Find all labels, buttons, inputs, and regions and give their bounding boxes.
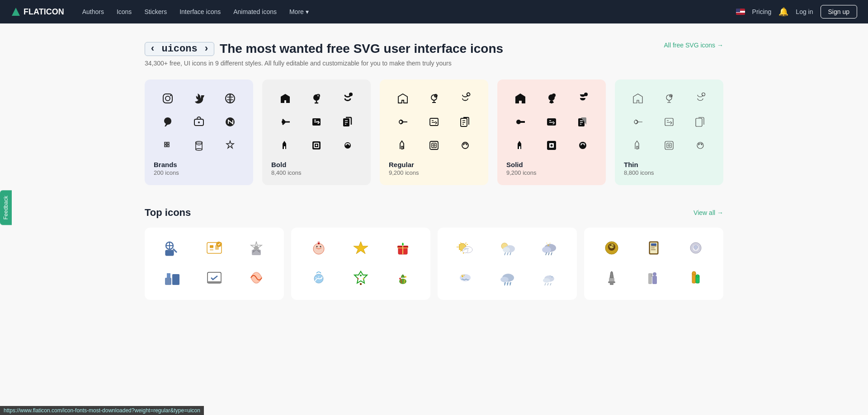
svg-point-83 [316,246,317,247]
svg-point-116 [552,276,553,278]
nav-animated-icons[interactable]: Animated icons [228,5,282,18]
icon-cell [217,89,244,108]
svg-point-96 [363,278,364,280]
icon-cell [302,89,330,108]
icon-cell [506,112,534,132]
svg-point-65 [701,144,703,145]
svg-rect-59 [637,146,638,149]
login-button[interactable]: Log in [796,8,813,15]
icon-style-card-bold[interactable]: Bold 8,400 icons [262,79,371,185]
svg-point-51 [581,144,582,145]
icon-cell [655,135,683,155]
icon-cell [506,135,534,155]
svg-point-53 [666,95,672,100]
all-svg-link[interactable]: All free SVG icons → [664,42,724,49]
icon-style-card-solid[interactable]: Solid 9,200 icons [497,79,606,185]
logo-icon [11,7,21,17]
top-icon-item [300,266,337,289]
top-icon-item [196,237,232,259]
icon-cell [389,89,416,108]
icon-cell [538,135,565,155]
language-flag-icon[interactable] [736,9,745,15]
icon-cell [420,112,448,132]
icon-style-card-thin[interactable]: Thin 8,800 icons [615,79,723,185]
navbar-right: Pricing 🔔 Log in Sign up [736,5,857,19]
svg-marker-86 [354,242,368,254]
icon-cell [217,135,244,155]
top-icon-item [238,237,275,259]
svg-rect-125 [651,243,656,246]
icon-cell [334,135,362,155]
svg-point-92 [321,278,322,279]
feedback-tab[interactable]: Feedback [0,190,12,225]
svg-point-14 [349,93,353,96]
icon-style-card-brands[interactable]: Brands 200 icons [145,79,253,185]
style-count-solid: 9,200 icons [506,169,597,176]
svg-point-36 [463,144,465,145]
style-count-brands: 200 icons [154,169,244,176]
notification-bell-icon[interactable]: 🔔 [778,7,788,17]
nav-stickers[interactable]: Stickers [139,5,172,18]
svg-rect-97 [360,283,362,285]
svg-rect-73 [210,249,213,251]
top-icon-item [342,266,379,289]
top-icon-item [593,266,630,289]
top-icon-item [489,266,525,289]
top-icon-card-fantasy[interactable] [584,228,723,300]
icon-cell [624,112,651,132]
regular-icon-grid [389,89,479,155]
svg-point-27 [467,93,470,96]
bold-icon-grid [271,89,362,155]
svg-point-106 [503,247,510,252]
svg-point-111 [462,275,463,277]
icon-style-card-regular[interactable]: Regular 9,200 icons [380,79,488,185]
svg-point-55 [702,93,705,96]
svg-rect-57 [665,118,673,126]
signup-button[interactable]: Sign up [821,5,857,19]
svg-point-137 [696,275,699,277]
svg-point-94 [360,275,362,276]
icon-cell [302,112,330,132]
svg-point-2 [165,96,170,101]
svg-point-136 [692,271,696,275]
svg-point-117 [550,275,551,276]
svg-point-41 [584,93,588,96]
nav-icons[interactable]: Icons [111,5,137,18]
svg-rect-78 [172,274,179,285]
top-icon-card-christmas[interactable] [291,228,430,300]
top-icon-item [385,237,421,259]
icon-cell [569,135,597,155]
top-icon-item [385,266,421,289]
svg-point-113 [500,277,509,282]
icon-cell [655,89,683,108]
svg-rect-60 [665,141,673,149]
top-icon-card-weather[interactable] [438,228,577,300]
icon-cell [271,89,299,108]
svg-rect-85 [318,242,320,244]
top-icon-item [635,237,672,259]
style-count-thin: 8,800 icons [624,169,714,176]
icon-cell [687,89,714,108]
view-all-link[interactable]: View all → [693,209,723,216]
nav-interface-icons[interactable]: Interface icons [174,5,226,18]
svg-rect-58 [696,118,702,126]
nav-pricing[interactable]: Pricing [752,8,772,15]
style-name-thin: Thin [624,161,714,168]
top-icon-item [531,237,568,259]
icon-cell [452,89,479,108]
svg-marker-93 [354,271,367,283]
top-icon-item [154,266,190,289]
svg-point-4 [226,94,235,103]
style-name-solid: Solid [506,161,597,168]
logo[interactable]: FLATICON [11,7,64,17]
svg-point-35 [462,142,468,149]
thin-icon-grid [624,89,714,155]
nav-more[interactable]: More ▾ [284,5,314,18]
section-header: Top icons View all → [145,207,723,219]
top-icon-card-engineering[interactable] [145,228,284,300]
top-icons-section: Top icons View all → [145,207,723,300]
icon-cell [154,89,181,108]
svg-rect-33 [432,143,436,148]
icon-cell [506,89,534,108]
nav-authors[interactable]: Authors [77,5,109,18]
